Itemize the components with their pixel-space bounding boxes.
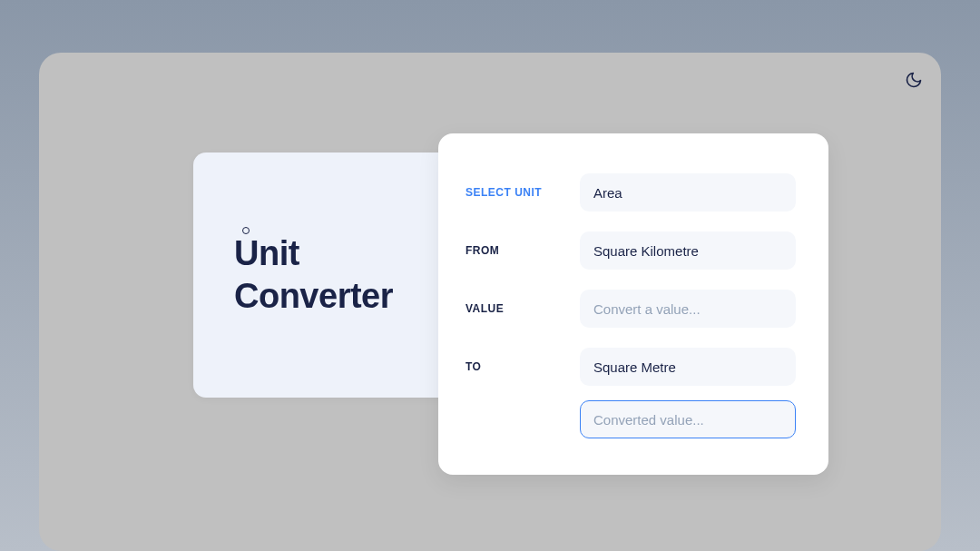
to-label: TO: [466, 360, 565, 373]
to-unit-select[interactable]: Square Metre: [580, 348, 796, 386]
converter-form: SELECT UNIT Area FROM Square Kilometre V…: [438, 133, 828, 475]
value-row: VALUE: [466, 290, 796, 328]
from-unit-select[interactable]: Square Kilometre: [580, 231, 796, 270]
app-title: Unit Converter: [234, 232, 393, 319]
theme-toggle-button[interactable]: [903, 69, 925, 91]
unit-type-select[interactable]: Area: [580, 173, 796, 212]
output-input[interactable]: [580, 400, 796, 438]
from-label: FROM: [466, 244, 565, 257]
select-unit-row: SELECT UNIT Area: [466, 173, 796, 212]
value-input[interactable]: [580, 290, 796, 328]
to-row: TO Square Metre: [466, 348, 796, 386]
from-row: FROM Square Kilometre: [466, 231, 796, 270]
app-container: Unit Converter SELECT UNIT Area FROM Squ…: [39, 53, 941, 551]
output-row: [466, 400, 796, 438]
moon-icon: [905, 71, 923, 89]
value-label: VALUE: [466, 302, 565, 315]
content-wrapper: Unit Converter SELECT UNIT Area FROM Squ…: [193, 153, 923, 398]
select-unit-label: SELECT UNIT: [466, 186, 565, 199]
